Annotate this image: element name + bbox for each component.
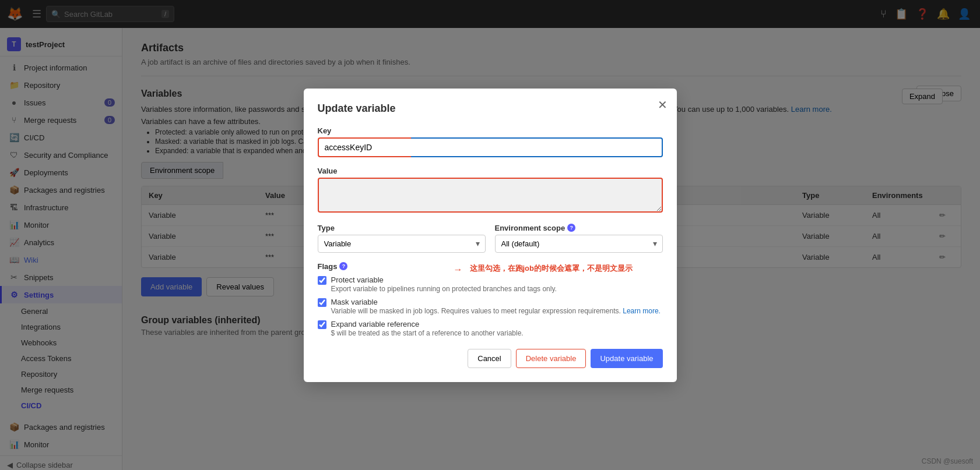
flags-section: Flags ? Protect variable Export variable… <box>318 262 663 337</box>
type-select[interactable]: Variable File <box>318 235 486 253</box>
flags-title: Flags ? <box>318 262 663 271</box>
modal-close-button[interactable]: ✕ <box>658 98 668 112</box>
value-label: Value <box>318 167 663 175</box>
mask-variable-row: Mask variable Variable will be masked in… <box>318 298 663 315</box>
protect-variable-desc: Export variable to pipelines running on … <box>331 285 557 293</box>
mask-learn-more-link[interactable]: Learn more. <box>623 307 661 315</box>
type-env-row: Type Variable File Environment scope ? A… <box>318 224 663 253</box>
key-label: Key <box>318 126 663 135</box>
modal-actions: Cancel Delete variable Update variable <box>318 349 663 368</box>
expand-variable-desc: $ will be treated as the start of a refe… <box>331 329 524 337</box>
type-group: Type Variable File <box>318 224 486 253</box>
type-select-wrapper: Variable File <box>318 235 486 253</box>
protect-variable-label: Protect variable <box>331 275 557 284</box>
expand-variable-checkbox[interactable] <box>318 320 326 329</box>
update-variable-button[interactable]: Update variable <box>591 349 662 368</box>
protect-variable-checkbox[interactable] <box>318 276 326 285</box>
key-field-wrapper <box>318 137 663 157</box>
expand-variable-content: Expand variable reference $ will be trea… <box>331 320 524 337</box>
flags-label-text: Flags <box>318 262 338 271</box>
modal-title: Update variable <box>318 103 663 115</box>
expand-variable-label: Expand variable reference <box>331 320 524 328</box>
value-textarea[interactable] <box>318 178 663 213</box>
key-input-prefix[interactable] <box>318 137 411 157</box>
value-input-wrapper <box>318 178 663 214</box>
mask-variable-content: Mask variable Variable will be masked in… <box>331 298 661 315</box>
protect-variable-row: Protect variable Export variable to pipe… <box>318 275 663 293</box>
modal-overlay[interactable]: Update variable ✕ Key Value Type Variab <box>0 0 980 470</box>
cancel-button[interactable]: Cancel <box>468 349 511 368</box>
mask-variable-desc: Variable will be masked in job logs. Req… <box>331 307 661 315</box>
type-label: Type <box>318 224 486 232</box>
protect-variable-content: Protect variable Export variable to pipe… <box>331 275 557 293</box>
env-scope-select-wrapper: All (default) <box>495 235 663 253</box>
env-scope-help-icon[interactable]: ? <box>567 224 575 232</box>
env-scope-label: Environment scope ? <box>495 224 663 232</box>
key-field-group: Key <box>318 126 663 157</box>
env-scope-label-text: Environment scope <box>495 224 565 232</box>
mask-variable-checkbox[interactable] <box>318 298 326 307</box>
key-input-main[interactable] <box>411 137 663 157</box>
env-scope-select[interactable]: All (default) <box>495 235 663 253</box>
update-variable-modal: Update variable ✕ Key Value Type Variab <box>304 89 677 382</box>
value-field-group: Value <box>318 167 663 214</box>
flags-help-icon[interactable]: ? <box>339 262 347 270</box>
expand-variable-row: Expand variable reference $ will be trea… <box>318 320 663 337</box>
env-scope-group: Environment scope ? All (default) <box>495 224 663 253</box>
mask-variable-label: Mask variable <box>331 298 661 306</box>
delete-variable-button[interactable]: Delete variable <box>516 349 586 368</box>
